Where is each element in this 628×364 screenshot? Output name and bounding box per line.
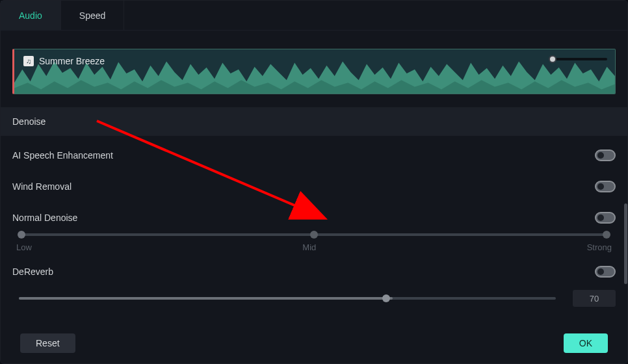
dereverb-label: DeReverb bbox=[12, 266, 53, 277]
reset-button[interactable]: Reset bbox=[20, 333, 75, 353]
audio-track[interactable]: ♫ Summer Breeze bbox=[12, 49, 616, 94]
dereverb-controls: 70 bbox=[12, 290, 616, 312]
dereverb-slider[interactable] bbox=[12, 294, 562, 302]
scrollbar-thumb[interactable] bbox=[624, 203, 627, 284]
normal-denoise-toggle[interactable] bbox=[595, 212, 616, 224]
normal-denoise-slider[interactable] bbox=[12, 231, 616, 239]
ai-speech-toggle[interactable] bbox=[595, 150, 616, 161]
footer: Reset OK bbox=[1, 323, 627, 363]
ok-button[interactable]: OK bbox=[564, 333, 608, 353]
denoise-options: AI Speech Enhancement Wind Removal Norma… bbox=[12, 136, 616, 312]
tab-speed[interactable]: Speed bbox=[61, 1, 124, 31]
tabs: Audio Speed bbox=[1, 1, 627, 31]
label-strong: Strong bbox=[587, 242, 612, 252]
music-note-icon: ♫ bbox=[23, 56, 34, 66]
normal-denoise-label: Normal Denoise bbox=[12, 213, 77, 223]
row-ai-speech: AI Speech Enhancement bbox=[12, 140, 616, 171]
denoise-section-header: Denoise bbox=[1, 107, 627, 136]
track-volume-slider[interactable] bbox=[549, 55, 607, 64]
wind-removal-label: Wind Removal bbox=[12, 181, 72, 192]
row-dereverb: DeReverb bbox=[12, 259, 616, 285]
normal-denoise-slider-labels: Low Mid Strong bbox=[12, 239, 616, 259]
audio-panel: Audio Speed ♫ Summer Breeze Denoise AI S… bbox=[0, 0, 628, 364]
dereverb-toggle[interactable] bbox=[595, 266, 616, 278]
row-wind-removal: Wind Removal bbox=[12, 171, 616, 202]
row-normal-denoise: Normal Denoise bbox=[12, 202, 616, 233]
dereverb-value[interactable]: 70 bbox=[573, 290, 616, 307]
label-low: Low bbox=[16, 242, 32, 252]
ai-speech-label: AI Speech Enhancement bbox=[12, 150, 113, 161]
track-name: Summer Breeze bbox=[39, 56, 105, 66]
tab-audio[interactable]: Audio bbox=[1, 1, 61, 31]
panel-body: ♫ Summer Breeze Denoise AI Speech Enhanc… bbox=[1, 31, 627, 312]
wind-removal-toggle[interactable] bbox=[595, 181, 616, 192]
label-mid: Mid bbox=[302, 242, 316, 252]
